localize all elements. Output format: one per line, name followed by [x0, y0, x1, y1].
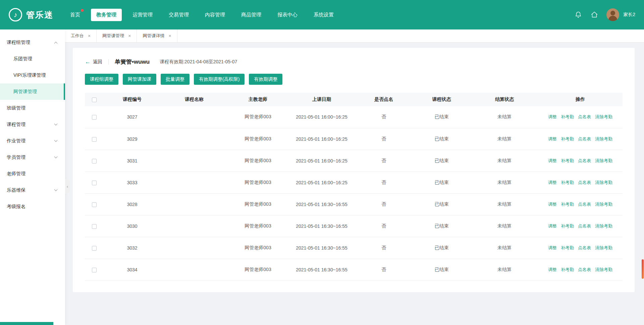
row-action-rollcall-sheet[interactable]: 点名表 — [578, 223, 591, 229]
sidebar-item-homework-mgmt[interactable]: 作业管理 — [0, 133, 65, 149]
tab-online-course-detail[interactable]: 网管课详情 × — [137, 29, 177, 42]
row-action-clear-attendance[interactable]: 清除考勤 — [595, 223, 612, 229]
sidebar-item-orchestra-mgmt[interactable]: 乐团管理 — [0, 51, 65, 67]
user-avatar[interactable] — [606, 8, 619, 21]
bell-icon[interactable] — [574, 11, 582, 19]
cell-course-name — [161, 150, 228, 172]
row-action-rollcall-sheet[interactable]: 点名表 — [578, 245, 591, 250]
cell-date: 2021-05-01 16:00~16:25 — [288, 150, 355, 172]
row-checkbox[interactable] — [92, 115, 97, 120]
course-group-adjust-button[interactable]: 课程组调整 — [85, 74, 118, 85]
col-settlement: 结算状态 — [471, 93, 538, 106]
logo-icon: ♪ — [9, 8, 22, 21]
row-action-adjust[interactable]: 调整 — [548, 245, 557, 250]
batch-adjust-button[interactable]: 批量调整 — [161, 74, 190, 85]
row-checkbox[interactable] — [92, 224, 97, 229]
row-action-makeup-attendance[interactable]: 补考勤 — [561, 223, 574, 229]
cell-rollcall: 否 — [355, 259, 412, 280]
col-actions: 操作 — [538, 93, 623, 106]
row-checkbox[interactable] — [92, 181, 97, 185]
cell-status: 已结束 — [412, 172, 471, 193]
nav-item-product-mgmt[interactable]: 商品管理 — [236, 9, 267, 21]
nav-item-transaction-mgmt[interactable]: 交易管理 — [163, 9, 194, 21]
row-action-clear-attendance[interactable]: 清除考勤 — [595, 114, 612, 119]
row-action-clear-attendance[interactable]: 清除考勤 — [595, 180, 612, 185]
row-action-makeup-attendance[interactable]: 补考勤 — [561, 114, 574, 119]
sidebar-collapse-handle[interactable]: ‹ — [65, 179, 70, 194]
row-action-rollcall-sheet[interactable]: 点名表 — [578, 114, 591, 119]
tab-online-course-mgmt[interactable]: 网管课管理 × — [97, 29, 137, 42]
row-action-makeup-attendance[interactable]: 补考勤 — [561, 158, 574, 163]
row-action-rollcall-sheet[interactable]: 点名表 — [578, 267, 591, 272]
validity-adjust-high-priv-button[interactable]: 有效期调整(高权限) — [194, 74, 245, 85]
sidebar-item-course-mgmt[interactable]: 课程管理 — [0, 116, 65, 133]
select-all-checkbox[interactable] — [92, 97, 97, 102]
row-action-rollcall-sheet[interactable]: 点名表 — [578, 180, 591, 185]
nav-item-academic-mgmt[interactable]: 教务管理 — [91, 9, 122, 21]
home-icon[interactable] — [590, 11, 598, 19]
row-action-clear-attendance[interactable]: 清除考勤 — [595, 158, 612, 163]
row-action-adjust[interactable]: 调整 — [548, 158, 557, 163]
tab-label: 网管课管理 — [102, 33, 124, 39]
close-icon[interactable]: × — [168, 34, 171, 38]
sidebar-item-vip-theory-mgmt[interactable]: VIP/乐理课管理 — [0, 67, 65, 83]
tab-workbench[interactable]: 工作台 × — [65, 29, 97, 42]
sidebar-item-instrument-maintenance[interactable]: 乐器维保 — [0, 182, 65, 198]
back-button[interactable]: ← 返回 — [85, 59, 102, 65]
nav-item-content-mgmt[interactable]: 内容管理 — [200, 9, 230, 21]
cell-teacher: 网管老师003 — [228, 193, 288, 215]
table-row: 3034 网管老师003 2021-05-01 16:30~16:55 否 已结… — [85, 259, 623, 280]
sidebar-item-student-mgmt[interactable]: 学员管理 — [0, 149, 65, 166]
row-action-makeup-attendance[interactable]: 补考勤 — [561, 267, 574, 272]
sidebar-item-class-mgmt[interactable]: 班级管理 — [0, 100, 65, 116]
row-action-clear-attendance[interactable]: 清除考勤 — [595, 267, 612, 272]
row-action-adjust[interactable]: 调整 — [548, 202, 557, 207]
row-checkbox[interactable] — [92, 159, 97, 164]
row-action-rollcall-sheet[interactable]: 点名表 — [578, 202, 591, 207]
row-action-makeup-attendance[interactable]: 补考勤 — [561, 202, 574, 207]
row-action-adjust[interactable]: 调整 — [548, 136, 557, 141]
row-action-clear-attendance[interactable]: 清除考勤 — [595, 245, 612, 250]
row-checkbox[interactable] — [92, 202, 97, 207]
nav-item-home[interactable]: 首页 — [65, 9, 86, 21]
row-action-rollcall-sheet[interactable]: 点名表 — [578, 136, 591, 141]
validity-adjust-button[interactable]: 有效期调整 — [249, 74, 282, 85]
sidebar-item-exam-registration[interactable]: 考级报名 — [0, 198, 65, 215]
sidebar-item-online-course-mgmt[interactable]: 网管课管理 — [0, 83, 65, 100]
row-checkbox-cell — [85, 237, 104, 259]
cell-rollcall: 否 — [355, 106, 412, 128]
row-action-adjust[interactable]: 调整 — [548, 267, 557, 272]
nav-item-system-settings[interactable]: 系统设置 — [308, 9, 339, 21]
nav-item-operation-mgmt[interactable]: 运营管理 — [127, 9, 158, 21]
sidebar-item-course-group-mgmt[interactable]: 课程组管理 — [0, 34, 65, 51]
row-checkbox[interactable] — [92, 137, 97, 142]
row-checkbox-cell — [85, 193, 104, 215]
scrollbar-thumb[interactable] — [642, 259, 644, 279]
cell-course-name — [161, 215, 228, 237]
row-action-adjust[interactable]: 调整 — [548, 114, 557, 119]
course-validity: 课程有效期:2021-04-08至2021-05-07 — [160, 59, 237, 65]
table-row: 3027 网管老师003 2021-05-01 16:00~16:25 否 已结… — [85, 106, 623, 128]
nav-item-report-center[interactable]: 报表中心 — [272, 9, 303, 21]
row-action-makeup-attendance[interactable]: 补考勤 — [561, 180, 574, 185]
row-action-clear-attendance[interactable]: 清除考勤 — [595, 202, 612, 207]
chevron-down-icon — [54, 139, 58, 142]
row-action-makeup-attendance[interactable]: 补考勤 — [561, 136, 574, 141]
row-action-rollcall-sheet[interactable]: 点名表 — [578, 158, 591, 163]
logo[interactable]: ♪ 管乐迷 — [9, 8, 53, 21]
row-checkbox-cell — [85, 172, 104, 193]
add-online-lesson-button[interactable]: 网管课加课 — [123, 74, 156, 85]
row-checkbox[interactable] — [92, 246, 97, 251]
close-icon[interactable]: × — [88, 34, 91, 38]
row-action-adjust[interactable]: 调整 — [548, 180, 557, 185]
row-action-makeup-attendance[interactable]: 补考勤 — [561, 245, 574, 250]
row-checkbox[interactable] — [92, 268, 97, 272]
sidebar-item-label: 作业管理 — [7, 138, 25, 144]
close-icon[interactable]: × — [128, 34, 131, 38]
col-teacher: 主教老师 — [228, 93, 288, 106]
cell-course-name — [161, 106, 228, 128]
row-action-clear-attendance[interactable]: 清除考勤 — [595, 136, 612, 141]
row-action-adjust[interactable]: 调整 — [548, 223, 557, 229]
sidebar-item-teacher-mgmt[interactable]: 老师管理 — [0, 166, 65, 182]
cell-status: 已结束 — [412, 106, 471, 128]
